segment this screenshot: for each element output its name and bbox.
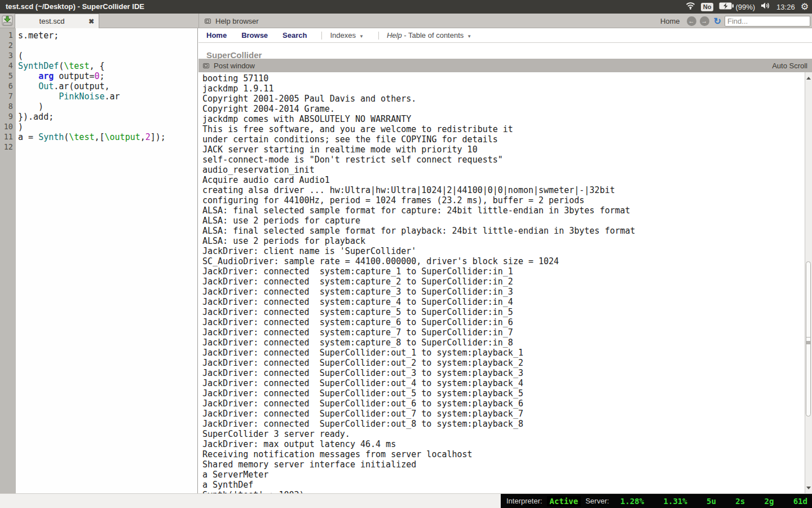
status-indicators: Interpreter: Active Server: 1.28%1.31%5u… [501, 494, 812, 508]
tab-label: test.scd [15, 17, 89, 25]
line-number: 9 [0, 112, 16, 122]
code-line[interactable]: a = Synth(\test,[\output,2]); [18, 132, 197, 142]
code-line[interactable]: ) [18, 122, 197, 132]
post-line: ALSA: final selected sample format for p… [202, 226, 802, 236]
chevron-down-icon: ▼ [467, 34, 471, 39]
session-gear-icon[interactable]: ⚙ [801, 0, 809, 14]
server-stat: 2s [735, 497, 745, 506]
help-toolbar: Home Browse Search Indexes▼ Help - Table… [198, 28, 812, 43]
post-window-header[interactable]: Post window Auto Scroll [198, 59, 812, 72]
post-line: JackDriver: connected SuperCollider:out_… [202, 409, 802, 419]
post-line: JackDriver: connected system:capture_1 t… [202, 266, 802, 277]
volume-icon[interactable] [761, 2, 771, 12]
supercollider-ide-window: test.scd (~/Desktop) - SuperCollider IDE… [0, 0, 812, 508]
help-toolbar-home[interactable]: Home [206, 31, 227, 40]
line-number: 3 [0, 51, 16, 61]
post-line: JackDriver: max output latency 46.4 ms [202, 439, 802, 449]
line-number: 8 [0, 102, 16, 112]
post-scrollbar[interactable] [805, 72, 812, 493]
post-line: JackDriver: connected system:capture_6 t… [202, 317, 802, 327]
status-bar: Interpreter: Active Server: 1.28%1.31%5u… [0, 493, 812, 508]
post-line: creating alsa driver ... hw:Ultra|hw:Ult… [202, 185, 802, 195]
forward-icon[interactable]: → [700, 16, 709, 26]
interpreter-status-badge[interactable]: Active [547, 496, 581, 506]
code-line[interactable]: ( [18, 51, 197, 61]
line-number: 12 [0, 142, 16, 152]
post-line: SC_AudioDriver: sample rate = 44100.0000… [202, 256, 802, 266]
post-line: JackDriver: connected system:capture_4 t… [202, 297, 802, 307]
post-line: Acquire audio card Audio1 [202, 175, 802, 185]
post-line: Copyright 2001-2005 Paul Davis and other… [202, 94, 802, 104]
line-number: 10 [0, 122, 16, 132]
document-icon[interactable] [1, 15, 14, 27]
server-label: Server: [585, 497, 609, 505]
line-number: 2 [0, 41, 16, 51]
server-stat: 61d [793, 497, 807, 506]
keyboard-layout-indicator[interactable]: No [701, 3, 714, 11]
toolbar-separator [378, 32, 379, 40]
code-line[interactable]: SynthDef(\test, { [18, 61, 197, 71]
post-line: booting 57110 [202, 73, 802, 84]
code-line[interactable]: PinkNoise.ar [18, 91, 197, 102]
code-line[interactable]: ) [18, 102, 197, 112]
code-line[interactable] [18, 41, 197, 51]
editor-gutter: 123456789101112 [0, 28, 16, 493]
post-line: under certain conditions; see the file C… [202, 134, 802, 144]
server-stat: 2g [764, 497, 774, 506]
tab-test-scd[interactable]: test.scd ✖ [15, 14, 99, 28]
scroll-down-icon[interactable] [805, 483, 812, 492]
post-line: JackDriver: connected SuperCollider:out_… [202, 358, 802, 368]
window-title: test.scd (~/Desktop) - SuperCollider IDE [6, 0, 144, 14]
auto-scroll-button[interactable]: Auto Scroll [772, 62, 807, 70]
post-line: Copyright 2004-2014 Grame. [202, 104, 802, 114]
scrollbar-thumb[interactable] [806, 261, 811, 417]
back-icon[interactable]: ← [687, 16, 696, 26]
help-toolbar-search[interactable]: Search [283, 31, 307, 40]
post-line: configuring for 44100Hz, period = 1024 f… [202, 195, 802, 205]
battery-indicator[interactable]: (99%) [719, 2, 755, 12]
code-editor[interactable]: 123456789101112 s.meter; (SynthDef(\test… [0, 28, 198, 493]
indexes-menu[interactable]: Indexes▼ [330, 31, 363, 40]
code-line[interactable]: }).add; [18, 112, 197, 122]
system-panel: test.scd (~/Desktop) - SuperCollider IDE… [0, 0, 812, 14]
post-line: JACK server starting in realtime mode wi… [202, 144, 802, 155]
post-window[interactable]: booting 57110jackdmp 1.9.11Copyright 200… [198, 72, 812, 493]
post-line: self-connect-mode is "Don't restrict sel… [202, 155, 802, 165]
toolbar-separator [321, 32, 322, 40]
find-input[interactable] [725, 16, 810, 27]
tab-close-icon[interactable]: ✖ [89, 17, 99, 25]
interpreter-label: Interpreter: [506, 497, 542, 505]
code-line[interactable] [18, 142, 197, 152]
help-content: SuperCollider [198, 43, 812, 59]
reload-icon[interactable]: ↻ [714, 16, 721, 26]
help-toolbar-browse[interactable]: Browse [241, 31, 268, 40]
editor-code[interactable]: s.meter; (SynthDef(\test, { arg output=0… [16, 28, 197, 493]
post-line: Shared memory server interface initializ… [202, 459, 802, 470]
post-line: JackDriver: connected system:capture_2 t… [202, 277, 802, 287]
editor-tab-bar: test.scd ✖ [0, 14, 198, 28]
post-line: Receiving notification messages from ser… [202, 449, 802, 459]
chevron-down-icon: ▼ [359, 34, 364, 39]
help-page-heading: SuperCollider [206, 50, 262, 59]
help-contents-menu[interactable]: Help - Table of contents▼ [387, 31, 471, 40]
post-line: JackDriver: connected SuperCollider:out_… [202, 378, 802, 388]
code-line[interactable]: arg output=0; [18, 71, 197, 81]
post-line: jackdmp 1.9.11 [202, 84, 802, 94]
line-number: 6 [0, 81, 16, 91]
wifi-icon[interactable] [686, 2, 695, 12]
clock[interactable]: 13:26 [776, 3, 795, 11]
server-stats[interactable]: 1.28%1.31%5u2s2g61d [620, 497, 807, 506]
scroll-up-icon[interactable] [805, 73, 812, 82]
right-pane: Home Browse Search Indexes▼ Help - Table… [198, 28, 812, 493]
server-stat: 1.28% [620, 497, 644, 506]
line-number: 11 [0, 132, 16, 142]
post-line: JackDriver: connected system:capture_5 t… [202, 307, 802, 317]
help-browser-dock-header[interactable]: Help browser Home ← → ↻ [198, 14, 812, 28]
code-line[interactable]: s.meter; [18, 30, 197, 41]
post-line: JackDriver: client name is 'SuperCollide… [202, 246, 802, 256]
code-line[interactable]: Out.ar(output, [18, 81, 197, 91]
dock-header-row: test.scd ✖ Help browser Home ← → ↻ [0, 14, 812, 28]
post-line: JackDriver: connected SuperCollider:out_… [202, 348, 802, 358]
help-home-button[interactable]: Home [660, 17, 680, 25]
post-line: ALSA: use 2 periods for capture [202, 216, 802, 226]
